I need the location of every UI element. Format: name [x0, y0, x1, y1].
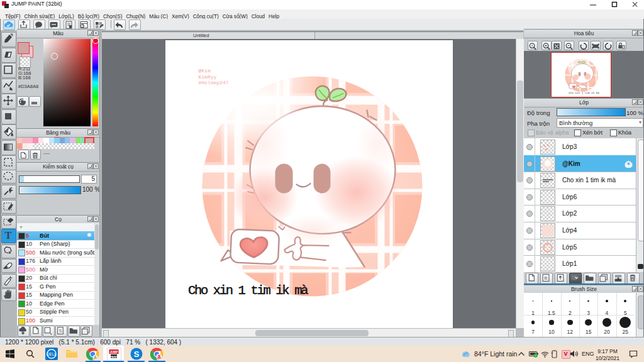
svg-text:S: S: [58, 328, 62, 334]
svg-text:#Holdep247: #Holdep247: [199, 80, 229, 85]
svg-text:KimRyy: KimRyy: [199, 74, 217, 80]
svg-text:DELL: DELL: [47, 352, 57, 356]
svg-text:@Kim: @Kim: [199, 68, 211, 74]
svg-text:Cho xin 1 tim ik mà: Cho xin 1 tim ik mà: [188, 283, 308, 298]
svg-text:B: B: [544, 275, 547, 281]
svg-text:PAINT: PAINT: [110, 355, 118, 358]
svg-text:S: S: [134, 349, 140, 359]
svg-text:Cho xin 1 tim ik mà: Cho xin 1 tim ik mà: [569, 91, 599, 94]
svg-text:T: T: [5, 230, 12, 241]
svg-text:JUMP: JUMP: [110, 351, 118, 354]
